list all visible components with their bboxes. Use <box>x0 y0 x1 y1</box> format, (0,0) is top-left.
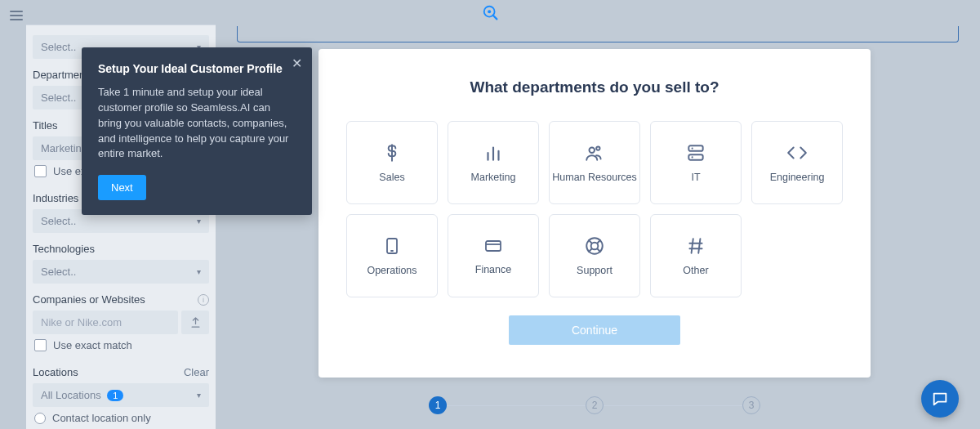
dept-support[interactable]: Support <box>549 214 640 297</box>
dept-label: Operations <box>367 265 416 276</box>
svg-rect-9 <box>486 241 501 251</box>
companies-placeholder: Nike or Nike.com <box>41 316 122 328</box>
industries-value: Select.. <box>41 215 76 227</box>
locations-clear[interactable]: Clear <box>184 366 209 378</box>
app-logo[interactable] <box>482 4 498 20</box>
locations-label-row: Locations Clear <box>33 366 209 378</box>
svg-point-2 <box>590 148 595 154</box>
menu-icon[interactable] <box>10 8 23 23</box>
locations-value: All Locations <box>41 389 101 401</box>
tour-next-button[interactable]: Next <box>98 175 146 200</box>
departments-grid: Sales Marketing Human Resources IT Engin <box>346 121 843 297</box>
onboarding-stepper: 1 2 3 <box>318 396 871 414</box>
dept-label: Other <box>683 265 708 276</box>
setup-icp-tour: ✕ Setup Your Ideal Customer Profile Take… <box>82 47 312 215</box>
info-icon[interactable]: i <box>198 294 209 306</box>
dept-label: Finance <box>475 264 511 275</box>
dept-label: Engineering <box>770 172 825 183</box>
locations-label: Locations <box>33 366 78 378</box>
dept-operations[interactable]: Operations <box>346 214 438 297</box>
chat-icon[interactable] <box>921 380 959 418</box>
dept-label: IT <box>691 172 700 183</box>
dollar-icon <box>381 142 403 163</box>
bar-chart-icon <box>483 142 504 163</box>
companies-exact-match[interactable]: Use exact match <box>33 334 209 356</box>
svg-point-1 <box>488 10 491 13</box>
technologies-select[interactable]: Select.. ▾ <box>33 260 209 284</box>
continue-button[interactable]: Continue <box>509 315 680 345</box>
departments-modal: What departments do you sell to? Sales M… <box>318 49 871 378</box>
lifebuoy-icon <box>584 235 605 257</box>
dept-label: Sales <box>379 172 404 183</box>
dept-label: Human Resources <box>552 172 637 183</box>
code-icon <box>786 142 808 163</box>
svg-point-6 <box>692 148 693 150</box>
svg-rect-5 <box>688 154 702 160</box>
svg-rect-4 <box>688 145 702 151</box>
dept-finance[interactable]: Finance <box>448 214 539 297</box>
chevron-down-icon: ▾ <box>197 391 201 400</box>
companies-input[interactable]: Nike or Nike.com <box>33 311 178 334</box>
dept-engineering[interactable]: Engineering <box>751 121 843 204</box>
search-banner <box>237 26 959 42</box>
step-2[interactable]: 2 <box>586 396 604 414</box>
stepper-line <box>604 405 742 406</box>
checkbox-icon <box>34 339 47 351</box>
dept-hr[interactable]: Human Resources <box>549 121 640 204</box>
tablet-icon <box>382 235 402 257</box>
chevron-down-icon: ▾ <box>197 217 201 226</box>
hash-icon <box>685 235 706 257</box>
radio-icon <box>34 413 46 424</box>
card-icon <box>482 236 505 256</box>
departments-value: Select.. <box>41 92 76 104</box>
chevron-down-icon: ▾ <box>197 267 201 276</box>
seniorities-value: Select.. <box>41 41 76 53</box>
dept-label: Marketing <box>471 172 516 183</box>
locations-select[interactable]: All Locations 1 ▾ <box>33 383 209 407</box>
step-1[interactable]: 1 <box>429 396 447 414</box>
companies-exact-label: Use exact match <box>53 339 132 351</box>
people-icon <box>583 142 606 163</box>
svg-point-11 <box>591 243 599 250</box>
step-3[interactable]: 3 <box>742 396 760 414</box>
upload-icon[interactable] <box>181 311 209 334</box>
tour-title: Setup Your Ideal Customer Profile <box>98 62 296 75</box>
titles-value: Marketing <box>41 142 87 154</box>
dept-marketing[interactable]: Marketing <box>448 121 539 204</box>
stepper-line <box>447 405 586 406</box>
dept-it[interactable]: IT <box>650 121 742 204</box>
svg-point-7 <box>692 156 693 158</box>
topbar <box>0 0 980 25</box>
server-icon <box>685 142 706 163</box>
dept-sales[interactable]: Sales <box>346 121 438 204</box>
technologies-label: Technologies <box>33 243 209 255</box>
dept-other[interactable]: Other <box>650 214 742 297</box>
contact-location-only[interactable]: Contact location only <box>33 407 209 429</box>
technologies-value: Select.. <box>41 266 76 278</box>
dept-label: Support <box>577 265 612 276</box>
locations-count-badge: 1 <box>107 390 123 401</box>
svg-point-3 <box>596 146 599 150</box>
tour-body: Take 1 minute and setup your ideal custo… <box>98 85 296 162</box>
companies-label: Companies or Websites i <box>33 293 209 306</box>
modal-heading: What departments do you sell to? <box>470 78 719 96</box>
close-icon[interactable]: ✕ <box>292 56 302 71</box>
checkbox-icon <box>34 165 47 177</box>
contact-location-label: Contact location only <box>52 412 151 424</box>
